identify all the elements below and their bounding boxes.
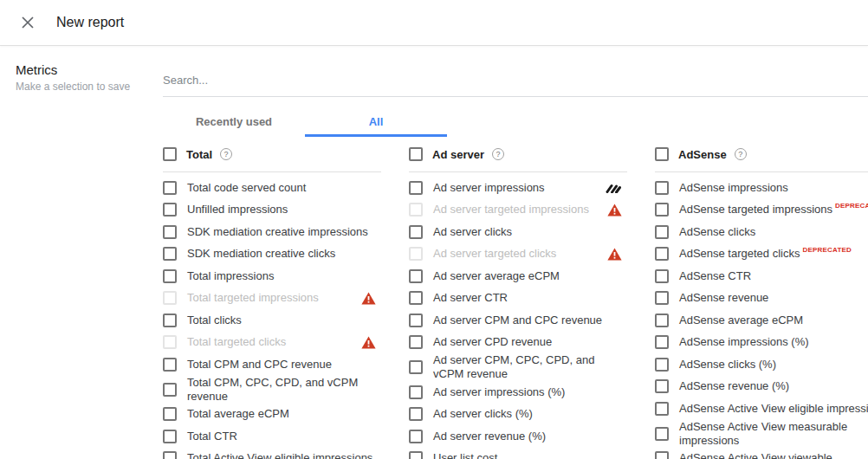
metric-item[interactable]: AdSense Active View measurable impressio…	[655, 420, 868, 448]
metric-item[interactable]: AdSense impressions (%)	[655, 332, 868, 354]
metric-checkbox[interactable]	[409, 407, 423, 421]
metric-checkbox[interactable]	[409, 203, 423, 217]
metric-checkbox[interactable]	[655, 402, 669, 416]
metric-checkbox[interactable]	[655, 427, 669, 441]
metric-item[interactable]: AdSense Active View viewable	[655, 448, 868, 459]
metric-checkbox[interactable]	[409, 181, 423, 195]
search-input[interactable]	[163, 74, 868, 87]
metric-label: Total code served count	[187, 181, 306, 194]
metric-checkbox[interactable]	[163, 407, 177, 421]
metric-item[interactable]: Ad server impressions (%)	[409, 381, 627, 404]
metric-item[interactable]: SDK mediation creative clicks	[163, 243, 381, 266]
metric-item[interactable]: Total average eCPM	[163, 404, 381, 426]
metric-item[interactable]: Total clicks	[163, 309, 381, 332]
metric-checkbox[interactable]	[163, 430, 177, 443]
metric-checkbox[interactable]	[655, 269, 669, 283]
metric-checkbox[interactable]	[409, 335, 423, 349]
metric-item[interactable]: Ad server CPM and CPC revenue	[409, 309, 627, 332]
metric-item[interactable]: Ad server CPM, CPC, CPD, and vCPM revenu…	[409, 353, 627, 381]
metric-checkbox[interactable]	[655, 314, 669, 327]
metric-item[interactable]: Total CPM and CPC revenue	[163, 353, 381, 376]
group-checkbox[interactable]	[163, 147, 177, 161]
metric-checkbox[interactable]	[655, 247, 669, 261]
metric-checkbox[interactable]	[655, 291, 669, 305]
metric-checkbox[interactable]	[655, 358, 669, 372]
metric-text: Total average eCPM	[187, 407, 289, 421]
metric-checkbox[interactable]	[409, 451, 423, 459]
metric-item[interactable]: Total targeted clicks	[163, 332, 381, 354]
metric-checkbox[interactable]	[655, 203, 669, 217]
metric-item[interactable]: Ad server revenue (%)	[409, 425, 627, 448]
metric-item[interactable]: AdSense Active View eligible impressions	[655, 398, 868, 420]
metric-item[interactable]: AdSense revenue (%)	[655, 376, 868, 398]
metric-checkbox[interactable]	[409, 225, 423, 239]
metric-checkbox[interactable]	[655, 335, 669, 349]
metric-item[interactable]: AdSense targeted clicksDEPRECATED	[655, 243, 868, 266]
metric-item[interactable]: Ad server average eCPM	[409, 265, 627, 288]
metric-checkbox[interactable]	[163, 269, 177, 283]
tab-all[interactable]: All	[305, 107, 447, 137]
deprecated-badge: DEPRECATED	[802, 246, 852, 254]
metric-item[interactable]: Ad server targeted impressions	[409, 199, 627, 222]
metric-item[interactable]: Ad server clicks (%)	[409, 404, 627, 426]
tab-recently-used[interactable]: Recently used	[163, 107, 305, 137]
metric-checkbox[interactable]	[409, 291, 423, 305]
help-icon[interactable]: ?	[492, 148, 504, 160]
metric-label: AdSense revenue (%)	[679, 379, 789, 392]
metric-item[interactable]: Total CPM, CPC, CPD, and vCPM revenue	[163, 376, 381, 404]
metric-item[interactable]: AdSense average eCPM	[655, 309, 868, 332]
metric-checkbox[interactable]	[163, 383, 177, 397]
metric-item[interactable]: Total code served count	[163, 177, 381, 199]
metric-checkbox[interactable]	[655, 225, 669, 239]
metric-item[interactable]: Ad server CPD revenue	[409, 332, 627, 354]
metric-item[interactable]: AdSense clicks	[655, 221, 868, 243]
close-icon[interactable]	[20, 15, 36, 30]
metric-checkbox[interactable]	[409, 385, 423, 399]
metric-label: Total Active View eligible impressions	[187, 451, 372, 459]
metric-checkbox[interactable]	[163, 181, 177, 195]
metric-checkbox[interactable]	[163, 291, 177, 305]
metric-checkbox[interactable]	[409, 430, 423, 443]
metric-label: Ad server impressions (%)	[433, 385, 565, 398]
metric-checkbox[interactable]	[163, 358, 177, 372]
metric-item[interactable]: Ad server clicks	[409, 221, 627, 243]
metric-item[interactable]: AdSense CTR	[655, 265, 868, 288]
metric-checkbox[interactable]	[163, 247, 177, 261]
metric-item[interactable]: Unfilled impressions	[163, 199, 381, 222]
metric-checkbox[interactable]	[163, 335, 177, 349]
help-icon[interactable]: ?	[735, 148, 747, 160]
metric-item[interactable]: Total targeted impressions	[163, 288, 381, 310]
metric-item[interactable]: AdSense impressions	[655, 177, 868, 199]
metric-checkbox[interactable]	[655, 451, 669, 459]
metric-group: Total ? Total code served count Unfilled…	[163, 144, 381, 459]
group-checkbox[interactable]	[655, 147, 669, 161]
metric-checkbox[interactable]	[163, 225, 177, 239]
metric-item[interactable]: AdSense targeted impressionsDEPRECATED	[655, 199, 868, 222]
metric-item[interactable]: AdSense revenue	[655, 288, 868, 310]
group-checkbox[interactable]	[409, 147, 423, 161]
metric-item[interactable]: Ad server impressions	[409, 177, 627, 199]
metric-item[interactable]: AdSense clicks (%)	[655, 353, 868, 376]
metric-group: AdSense ? AdSense impressions AdSense ta…	[655, 144, 868, 459]
metric-text: Total targeted clicks	[187, 335, 286, 349]
metric-group: Ad server ? Ad server impressions Ad ser…	[409, 144, 627, 459]
metric-item[interactable]: Ad server targeted clicks	[409, 243, 627, 266]
metric-checkbox[interactable]	[655, 379, 669, 393]
metric-checkbox[interactable]	[163, 203, 177, 217]
metric-checkbox[interactable]	[409, 269, 423, 283]
metric-checkbox[interactable]	[163, 451, 177, 459]
metric-item[interactable]: Total CTR	[163, 425, 381, 448]
metric-checkbox[interactable]	[655, 181, 669, 195]
metric-checkbox[interactable]	[409, 360, 423, 374]
metric-item[interactable]: Total Active View eligible impressions	[163, 448, 381, 459]
metric-checkbox[interactable]	[409, 314, 423, 327]
metric-item[interactable]: Ad server CTR	[409, 288, 627, 310]
metric-item[interactable]: SDK mediation creative impressions	[163, 221, 381, 243]
metric-item[interactable]: Total impressions	[163, 265, 381, 288]
metric-group-header: Total ?	[163, 144, 381, 165]
metric-checkbox[interactable]	[163, 314, 177, 327]
metric-item[interactable]: User list cost	[409, 448, 627, 459]
help-icon[interactable]: ?	[220, 148, 232, 160]
metric-checkbox[interactable]	[409, 247, 423, 261]
metric-text: Ad server clicks	[433, 225, 512, 239]
